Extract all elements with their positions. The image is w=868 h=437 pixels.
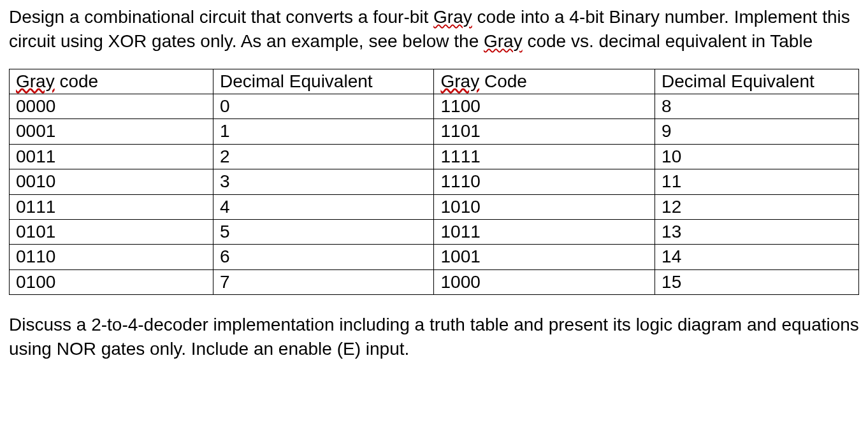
cell-gray-1: 0000: [10, 94, 213, 118]
cell-gray-2: 1110: [434, 169, 655, 194]
cell-gray-1: 0100: [10, 269, 213, 294]
table-row: 0110 6 1001 14: [10, 245, 859, 269]
header-code-1: code: [55, 71, 99, 91]
cell-dec-1: 1: [213, 119, 434, 144]
table-header-row: Gray code Decimal Equivalent Gray Code D…: [10, 69, 859, 94]
intro-paragraph: Design a combinational circuit that conv…: [9, 5, 859, 54]
table-row: 0000 0 1100 8: [10, 94, 859, 118]
cell-gray-2: 1000: [434, 269, 655, 294]
cell-dec-1: 3: [213, 169, 434, 194]
cell-dec-1: 4: [213, 194, 434, 219]
cell-dec-2: 9: [655, 119, 859, 144]
cell-dec-2: 12: [655, 194, 859, 219]
cell-dec-1: 7: [213, 269, 434, 294]
cell-gray-2: 1011: [434, 219, 655, 244]
intro-seg3: code vs. decimal equivalent in Table: [523, 31, 813, 51]
table-row: 0011 2 1111 10: [10, 144, 859, 169]
cell-gray-1: 0111: [10, 194, 213, 219]
header-code-2: Code: [479, 71, 527, 91]
outro-paragraph: Discuss a 2-to-4-decoder implementation …: [9, 313, 859, 361]
cell-gray-1: 0011: [10, 144, 213, 169]
cell-gray-2: 1100: [434, 94, 655, 118]
header-gray-code-2: Gray Code: [434, 69, 655, 94]
cell-dec-2: 8: [655, 94, 859, 118]
cell-dec-1: 6: [213, 245, 434, 269]
table-row: 0100 7 1000 15: [10, 269, 859, 294]
cell-gray-1: 0010: [10, 169, 213, 194]
intro-seg1: Design a combinational circuit that conv…: [9, 7, 433, 27]
cell-gray-2: 1010: [434, 194, 655, 219]
table-row: 0101 5 1011 13: [10, 219, 859, 244]
gray-code-table: Gray code Decimal Equivalent Gray Code D…: [9, 69, 859, 296]
gray-word-2: Gray: [484, 31, 523, 51]
cell-gray-2: 1001: [434, 245, 655, 269]
cell-gray-2: 1101: [434, 119, 655, 144]
cell-dec-2: 10: [655, 144, 859, 169]
header-decimal-2: Decimal Equivalent: [655, 69, 859, 94]
cell-gray-1: 0110: [10, 245, 213, 269]
cell-dec-2: 13: [655, 219, 859, 244]
header-gray-code-1: Gray code: [10, 69, 213, 94]
header-decimal-1: Decimal Equivalent: [213, 69, 434, 94]
table-row: 0111 4 1010 12: [10, 194, 859, 219]
cell-dec-1: 5: [213, 219, 434, 244]
header-gray-2: Gray: [440, 71, 479, 91]
cell-dec-1: 0: [213, 94, 434, 118]
table-row: 0001 1 1101 9: [10, 119, 859, 144]
table-row: 0010 3 1110 11: [10, 169, 859, 194]
cell-dec-1: 2: [213, 144, 434, 169]
cell-dec-2: 11: [655, 169, 859, 194]
cell-gray-1: 0101: [10, 219, 213, 244]
gray-word-1: Gray: [433, 7, 472, 27]
cell-gray-2: 1111: [434, 144, 655, 169]
header-gray-1: Gray: [16, 71, 55, 91]
cell-dec-2: 14: [655, 245, 859, 269]
cell-dec-2: 15: [655, 269, 859, 294]
cell-gray-1: 0001: [10, 119, 213, 144]
